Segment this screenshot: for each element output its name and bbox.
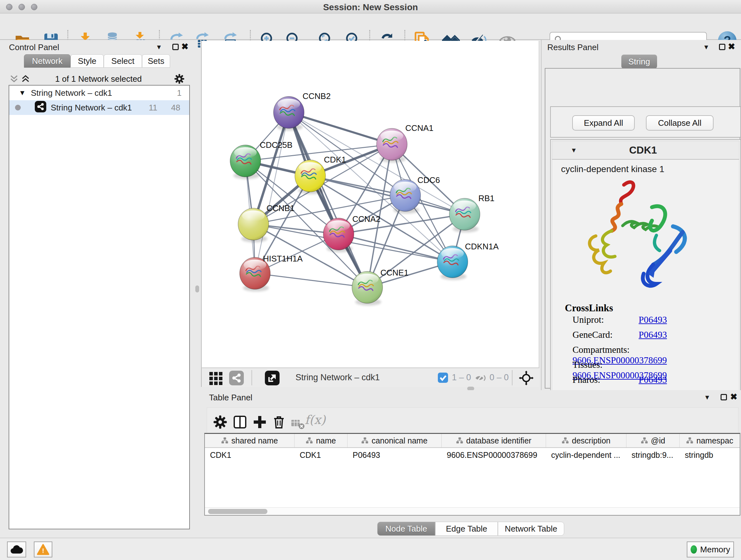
network-edge[interactable] (255, 273, 367, 287)
collapse-all-button[interactable]: Collapse All (646, 115, 714, 131)
memory-label: Memory (700, 545, 730, 555)
memory-status-icon (690, 545, 697, 554)
float-panel-icon[interactable] (172, 44, 179, 50)
network-row[interactable]: String Network – cdk1 11 48 (9, 100, 189, 115)
float-panel-icon[interactable] (719, 44, 725, 50)
expander-icon[interactable]: ▼ (19, 89, 26, 97)
column-header[interactable]: namespac (680, 434, 740, 447)
panel-menu-icon[interactable]: ▾ (705, 393, 709, 401)
show-columns-icon[interactable] (232, 415, 247, 431)
collection-label: String Network – cdk1 (31, 88, 112, 98)
cell-name[interactable]: CDK1 (294, 448, 347, 462)
current-network-dot-icon (15, 105, 21, 111)
panel-menu-icon[interactable]: ▾ (704, 43, 708, 51)
network-node-ccne1[interactable]: CCNE1 (352, 268, 408, 306)
crosslink-row: Pharos: P06493 (572, 374, 732, 385)
network-node-rb1[interactable]: RB1 (449, 193, 495, 233)
table-horizontal-scrollbar[interactable] (205, 507, 740, 515)
close-panel-icon[interactable]: ✖ (181, 42, 189, 52)
application-window: Session: New Session (0, 0, 741, 560)
table-panel-title: Table Panel (209, 393, 253, 402)
close-panel-icon[interactable]: ✖ (728, 42, 735, 52)
selected-count: 1 – 0 (452, 373, 471, 382)
cell-canonical-name[interactable]: P06493 (347, 448, 442, 462)
collapse-section-icon[interactable]: ▾ (572, 145, 576, 154)
cell-shared-name[interactable]: CDK1 (205, 448, 294, 462)
column-header[interactable]: description (546, 434, 626, 447)
crosslink-link[interactable]: P06493 (638, 374, 667, 385)
panel-menu-icon[interactable]: ▾ (157, 43, 161, 51)
tab-network-table[interactable]: Network Table (498, 522, 564, 536)
delete-column-icon[interactable] (272, 415, 286, 431)
cell-id[interactable]: stringdb:9... (626, 448, 680, 462)
warnings-button[interactable]: ! (34, 542, 52, 557)
network-edge[interactable] (289, 112, 392, 144)
tab-style[interactable]: Style (71, 54, 104, 68)
network-label: String Network – cdk1 (51, 103, 132, 113)
column-header[interactable]: name (294, 434, 347, 447)
network-node-ccnb1[interactable]: CCNB1 (238, 203, 294, 242)
share-view-icon[interactable] (229, 371, 244, 387)
gene-detail-inner: ▾ CDK1 cyclin-dependent kinase 1 (552, 141, 739, 403)
tab-string[interactable]: String (621, 55, 657, 69)
network-node-cdkn1a[interactable]: CDKN1A (437, 242, 499, 280)
footer-separator (512, 370, 513, 385)
table-header-row: shared name name canonical name database… (205, 434, 740, 448)
table-toolbar: f(x) (207, 408, 738, 437)
selected-checkbox-icon[interactable] (438, 373, 448, 384)
grid-view-icon[interactable] (209, 371, 223, 387)
cell-database-identifier[interactable]: 9606.ENSP00000378699 (442, 448, 546, 462)
column-label: canonical name (372, 436, 427, 445)
node-count: 11 (149, 103, 157, 113)
add-column-icon[interactable] (253, 415, 267, 431)
column-type-icon (562, 437, 569, 444)
crosslink-link[interactable]: P06493 (638, 329, 667, 340)
expand-all-button[interactable]: Expand All (572, 115, 635, 131)
birdseye-view-icon[interactable] (519, 371, 534, 387)
open-in-new-window-icon[interactable] (265, 371, 280, 387)
column-header[interactable]: canonical name (347, 434, 442, 447)
tab-edge-table[interactable]: Edge Table (435, 522, 498, 536)
gene-header[interactable]: ▾ CDK1 (552, 141, 739, 160)
scrollbar-thumb[interactable] (208, 509, 267, 514)
close-panel-icon[interactable]: ✖ (730, 392, 738, 402)
column-label: name (316, 436, 336, 445)
column-header[interactable]: shared name (205, 434, 294, 447)
warning-icon: ! (37, 544, 50, 555)
network-edge[interactable] (255, 112, 289, 273)
left-splitter-handle[interactable] (195, 286, 199, 293)
column-label: description (572, 436, 610, 445)
table-panel: Table Panel ▾ ✖ (204, 390, 741, 538)
title-bar: Session: New Session (0, 0, 741, 13)
gear-icon[interactable] (174, 73, 185, 85)
control-panel-header: Control Panel ▾ ✖ (0, 40, 195, 54)
protein-structure-image (576, 178, 720, 299)
node-label: RB1 (478, 193, 495, 203)
string-results-container: Expand All Collapse All ▾ CDK1 cyclin-de… (545, 68, 740, 388)
column-header[interactable]: @id (626, 434, 680, 447)
memory-button[interactable]: Memory (687, 542, 734, 557)
cell-description[interactable]: cyclin-dependent ... (546, 448, 626, 462)
crosslink-link[interactable]: P06493 (638, 314, 667, 325)
cell-namespace[interactable]: stringdb (680, 448, 740, 462)
tab-node-table[interactable]: Node Table (377, 522, 435, 536)
cloud-button[interactable] (7, 542, 26, 557)
column-header[interactable]: database identifier (442, 434, 546, 447)
window-title: Session: New Session (0, 2, 741, 12)
table-row[interactable]: CDK1 CDK1 P06493 9606.ENSP00000378699 cy… (205, 448, 740, 462)
tab-network[interactable]: Network (24, 54, 71, 68)
table-gear-icon[interactable] (213, 415, 227, 431)
network-view-canvas[interactable]: CCNB2CCNA1CDC25BCDK1CDC6RB1CCNB1CCNA2CDK… (201, 41, 539, 368)
footer-separator (252, 370, 252, 385)
network-collection-row[interactable]: ▼ String Network – cdk1 1 (9, 85, 189, 100)
column-type-icon (306, 437, 313, 444)
network-node-hist1h1a[interactable]: HIST1H1A (240, 254, 303, 292)
network-node-cdc6[interactable]: CDC6 (390, 175, 440, 213)
float-panel-icon[interactable] (721, 394, 727, 400)
crosslink-label: GeneCard: (572, 329, 636, 340)
network-edge[interactable] (310, 176, 465, 214)
node-label: CCNB2 (302, 91, 331, 101)
network-node-cdk1[interactable]: CDK1 (295, 155, 346, 194)
tab-sets[interactable]: Sets (142, 54, 170, 68)
tab-select[interactable]: Select (104, 54, 142, 68)
